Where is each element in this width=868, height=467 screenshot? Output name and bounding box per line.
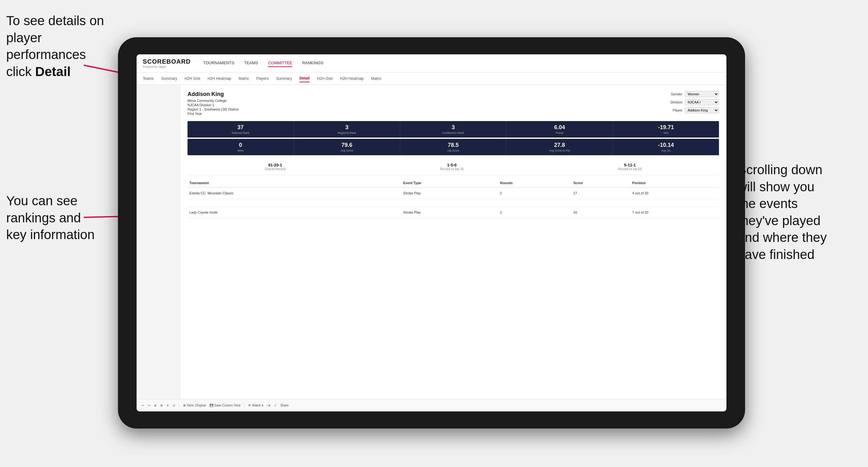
cell-position-0: 4 out of 20: [630, 188, 719, 199]
subnav-players[interactable]: Players: [256, 75, 269, 82]
stat-cell-row1-2: 3Conference Rank: [400, 121, 507, 137]
col-tournament: Tournament: [187, 179, 401, 188]
cell-rounds-0: 2: [498, 188, 571, 199]
cell-rounds-2: 2: [498, 207, 571, 218]
cell-score-0: 17: [571, 188, 630, 199]
annotation-bottom-left: You can see rankings and key information: [6, 192, 118, 243]
toolbar-sep-1: [179, 402, 179, 409]
cell-score-1: [571, 199, 630, 207]
table-row-0: Estella CC- Mountain Classic Stroke Play…: [187, 188, 719, 199]
cell-rounds-1: [498, 199, 571, 207]
table-row-1: [187, 199, 719, 207]
player-year: First Year: [187, 112, 239, 116]
toolbar-view-original[interactable]: 🖥 View: Original: [183, 404, 206, 407]
division-row: Division NJCAA I: [665, 99, 719, 105]
division-select[interactable]: NJCAA I: [685, 99, 719, 105]
stats-row-2: 0Wins79.6Avg Score78.5Adj Score27.8Avg S…: [187, 139, 719, 155]
player-college: Mesa Community College: [187, 99, 239, 102]
toolbar-expand[interactable]: ⤢: [274, 404, 277, 407]
cell-score-2: 16: [571, 207, 630, 218]
cell-position-2: 7 out of 20: [630, 207, 719, 218]
cell-tournament-1: [187, 199, 401, 207]
toolbar-undo[interactable]: ↩: [142, 404, 144, 407]
stat-cell-row2-3: 27.8Avg Score to Par: [507, 139, 613, 155]
col-score: Score: [571, 179, 630, 188]
player-header: Addison King Mesa Community College NJCA…: [187, 91, 719, 116]
nav-teams[interactable]: TEAMS: [244, 59, 258, 67]
col-position: Position: [630, 179, 719, 188]
subnav-detail[interactable]: Detail: [300, 75, 310, 82]
record-item-1: 1-5-0Record vs top 25: [440, 163, 464, 171]
bottom-toolbar: ↩ ↪ ⊕ ⊗ ✕ ⊙ 🖥 View: Original 💾 Save Cust…: [136, 399, 726, 411]
subnav-h2hheatmap2[interactable]: H2H Heatmap: [340, 75, 364, 82]
gender-row: Gender Women: [665, 91, 719, 97]
toolbar-add[interactable]: ⊕: [154, 404, 156, 407]
main-content: Addison King Mesa Community College NJCA…: [136, 85, 726, 399]
subnav-summary[interactable]: Summary: [161, 75, 177, 82]
toolbar-screen[interactable]: □▾: [267, 404, 270, 407]
subnav-h2hgrid2[interactable]: H2H Grid: [317, 75, 333, 82]
player-info-left: Addison King Mesa Community College NJCA…: [187, 91, 239, 116]
player-name: Addison King: [187, 91, 239, 97]
left-sidebar: [136, 85, 180, 399]
cell-eventtype-0: Stroke Play: [401, 188, 498, 199]
gender-select[interactable]: Women: [685, 91, 719, 97]
toolbar-remove[interactable]: ⊗: [160, 404, 163, 407]
annotation-top-left: To see details on player performances cl…: [6, 12, 112, 80]
division-label: Division: [665, 100, 682, 104]
toolbar-close[interactable]: ✕: [166, 404, 169, 407]
stat-cell-row1-4: -19.71SoS: [613, 121, 719, 137]
tablet-frame: SCOREBOARD Powered by clippd TOURNAMENTS…: [118, 37, 745, 429]
col-eventtype: Event Type: [401, 179, 498, 188]
nav-rankings[interactable]: RANKINGS: [302, 59, 323, 67]
cell-position-1: [630, 199, 719, 207]
tablet-screen: SCOREBOARD Powered by clippd TOURNAMENTS…: [136, 54, 726, 411]
stat-cell-row2-4: -10.14Avg SG: [613, 139, 719, 155]
events-table: Tournament Event Type Rounds Score Posit…: [187, 179, 719, 218]
stat-cell-row2-1: 79.6Avg Score: [294, 139, 400, 155]
sub-nav: Teams Summary H2H Grid H2H Heatmap Matri…: [136, 72, 726, 85]
stats-row-1: 37National Rank3Regional Rank3Conference…: [187, 121, 719, 137]
toolbar-save-custom[interactable]: 💾 Save Custom View: [210, 404, 240, 407]
toolbar-sep-2: [244, 402, 244, 409]
nav-items: TOURNAMENTS TEAMS COMMITTEE RANKINGS: [203, 59, 323, 67]
toolbar-share[interactable]: Share: [280, 404, 289, 407]
toolbar-watch[interactable]: 👁 Watch ▾: [248, 404, 263, 407]
record-item-0: 91-20-1Overall Record: [265, 163, 286, 171]
stat-cell-row2-2: 78.5Adj Score: [400, 139, 507, 155]
annotation-right: Scrolling down will show you the events …: [738, 161, 862, 263]
stat-cell-row1-3: 6.04Points: [507, 121, 613, 137]
subnav-matrix[interactable]: Matrix: [239, 75, 249, 82]
col-rounds: Rounds: [498, 179, 571, 188]
gender-label: Gender: [665, 92, 682, 96]
logo-area: SCOREBOARD Powered by clippd: [143, 58, 191, 68]
record-item-2: 5-11-1Record vs top 50: [618, 163, 642, 171]
subnav-h2hheatmap[interactable]: H2H Heatmap: [208, 75, 231, 82]
stat-cell-row1-1: 3Regional Rank: [294, 121, 400, 137]
table-row-2: Lady Coyote Invite Stroke Play 2 16 7 ou…: [187, 207, 719, 218]
player-division: NJCAA Division 1: [187, 103, 239, 107]
player-select[interactable]: Addison King: [685, 107, 719, 113]
stat-cell-row2-0: 0Wins: [187, 139, 294, 155]
cell-tournament-2: Lady Coyote Invite: [187, 207, 401, 218]
subnav-teams[interactable]: Teams: [143, 75, 154, 82]
player-region: Region 1 - Southwest (18) District: [187, 107, 239, 111]
nav-tournaments[interactable]: TOURNAMENTS: [203, 59, 234, 67]
records-row: 91-20-1Overall Record1-5-0Record vs top …: [187, 159, 719, 175]
cell-eventtype-1: [401, 199, 498, 207]
subnav-summary2[interactable]: Summary: [276, 75, 292, 82]
top-nav: SCOREBOARD Powered by clippd TOURNAMENTS…: [136, 54, 726, 72]
subnav-matrix2[interactable]: Matrix: [371, 75, 381, 82]
cell-eventtype-2: Stroke Play: [401, 207, 498, 218]
cell-tournament-0: Estella CC- Mountain Classic: [187, 188, 401, 199]
player-row: Player Addison King: [665, 107, 719, 113]
stat-cell-row1-0: 37National Rank: [187, 121, 294, 137]
logo-subtitle: Powered by clippd: [143, 65, 191, 68]
toolbar-redo[interactable]: ↪: [148, 404, 150, 407]
subnav-h2hgrid[interactable]: H2H Grid: [185, 75, 200, 82]
player-label: Player: [665, 108, 682, 112]
player-info-right: Gender Women Division NJCAA I: [665, 91, 719, 116]
content-area: Addison King Mesa Community College NJCA…: [180, 85, 726, 399]
nav-committee[interactable]: COMMITTEE: [268, 59, 292, 67]
toolbar-settings[interactable]: ⊙: [173, 404, 175, 407]
